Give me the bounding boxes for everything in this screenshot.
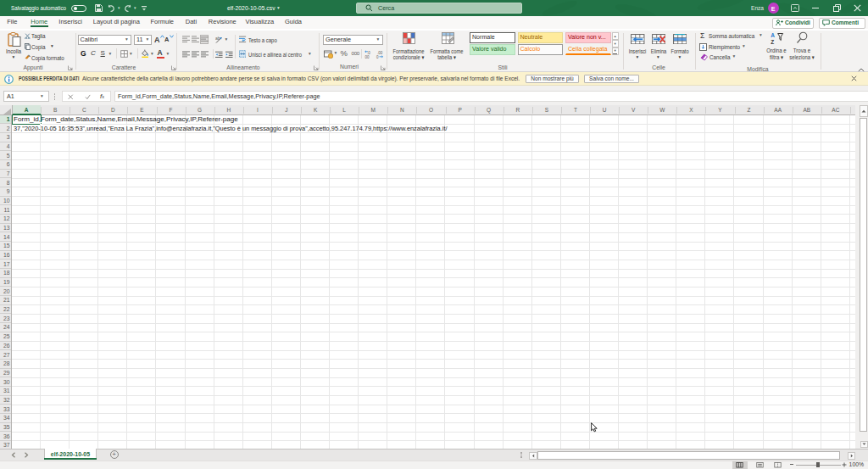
svg-text:00: 00 — [365, 54, 370, 59]
svg-text:Z: Z — [771, 39, 774, 45]
svg-text:A: A — [771, 32, 775, 38]
svg-text:ab: ab — [215, 36, 220, 41]
svg-text:0: 0 — [376, 54, 379, 59]
